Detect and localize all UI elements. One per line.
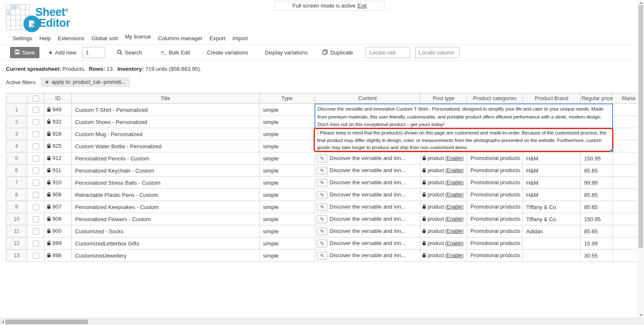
edit-content-button[interactable]: ✎ [317, 240, 327, 248]
brand-cell[interactable]: H&M [523, 189, 581, 201]
row-select-cell[interactable] [27, 128, 44, 140]
price-cell[interactable]: 150.95 [581, 152, 613, 165]
row-number-cell[interactable]: 5 [6, 152, 27, 165]
title-cell[interactable]: Custom Water Bottle - Personalized [72, 140, 260, 152]
content-cell[interactable]: ✎Discover the versatile and inn... [315, 225, 421, 237]
search-button[interactable]: Search [117, 49, 142, 56]
id-cell[interactable]: 932 [44, 116, 72, 128]
scroll-down-icon[interactable] [639, 314, 643, 316]
content-cell[interactable]: ✎Discover the versatile and inn... [315, 213, 421, 225]
edit-content-button[interactable]: ✎ [317, 215, 327, 223]
edit-content-button[interactable]: ✎ [317, 203, 327, 211]
menu-item-import[interactable]: Import [232, 35, 248, 41]
price-cell[interactable]: 85.65 [581, 189, 613, 201]
row-number-cell[interactable]: 6 [6, 165, 27, 177]
row-number-cell[interactable]: 7 [6, 177, 27, 189]
brand-cell[interactable] [523, 237, 581, 250]
type-cell[interactable]: simple [260, 165, 315, 177]
content-cell[interactable]: ✎Discover the versatile and inn... [315, 177, 421, 189]
categories-cell[interactable]: Promotional products [467, 250, 523, 262]
menu-item-help[interactable]: Help [39, 35, 51, 41]
vertical-scrollbar[interactable] [637, 0, 644, 318]
display-variations-button[interactable]: Display variations [265, 49, 308, 56]
locate-column-input[interactable] [415, 47, 460, 58]
title-cell[interactable]: Retractable Plastic Pens - Custom [72, 189, 260, 201]
title-cell[interactable]: Custom T-Shirt - Personalized [72, 104, 260, 116]
row-number-cell[interactable]: 4 [6, 140, 27, 152]
brand-cell[interactable]: H&M [523, 165, 581, 177]
brand-cell[interactable]: H&M [523, 177, 581, 189]
id-cell[interactable]: 907 [44, 201, 72, 213]
menu-item-columns-manager[interactable]: Columns manager [158, 35, 203, 41]
edit-content-button[interactable]: ✎ [317, 179, 327, 187]
type-cell[interactable]: simple [260, 213, 315, 225]
add-new-button[interactable]: + Add new [49, 49, 76, 56]
type-cell[interactable]: simple [260, 177, 315, 189]
row-select-cell[interactable] [27, 237, 44, 250]
title-cell[interactable]: Custom Shoes - Personalized [72, 116, 260, 128]
categories-cell[interactable]: Promotional products [467, 189, 523, 201]
column-header-product-categories[interactable]: Product categories [467, 93, 523, 104]
row-checkbox[interactable] [33, 204, 39, 210]
content-cell[interactable]: ✎Discover the versatile and inn... [315, 201, 421, 213]
post-type-cell[interactable]: product (Enable) [421, 189, 467, 201]
row-checkbox[interactable] [33, 143, 39, 150]
categories-cell[interactable]: Promotional products [467, 237, 523, 250]
categories-cell[interactable]: Promotional products [467, 213, 523, 225]
enable-link[interactable]: (Enable) [445, 168, 464, 173]
enable-link[interactable]: (Enable) [445, 253, 464, 258]
remove-filter-icon[interactable]: × [45, 80, 49, 85]
title-cell[interactable]: Personalized Flowers - Custom [72, 213, 260, 225]
menu-item-extensions[interactable]: Extensions [58, 35, 85, 41]
type-cell[interactable]: simple [260, 225, 315, 237]
enable-link[interactable]: (Enable) [445, 180, 464, 186]
price-cell[interactable]: 85.65 [581, 165, 613, 177]
categories-cell[interactable]: Promotional products [467, 165, 523, 177]
title-cell[interactable]: Personalized Pencils - Custom [72, 152, 260, 165]
categories-cell[interactable]: Promotional products [467, 225, 523, 237]
row-checkbox[interactable] [33, 155, 39, 162]
scroll-up-icon[interactable] [639, 2, 643, 4]
row-checkbox[interactable] [33, 228, 39, 235]
row-select-cell[interactable] [27, 225, 44, 237]
row-number-cell[interactable]: 12 [6, 237, 27, 250]
edit-content-button[interactable]: ✎ [317, 167, 327, 175]
content-cell[interactable]: ✎Discover the versatile and inn... [315, 250, 421, 262]
bulk-edit-button[interactable]: >_ Bulk Edit [161, 49, 190, 56]
row-select-cell[interactable] [27, 177, 44, 189]
id-cell[interactable]: 908 [44, 189, 72, 201]
price-cell[interactable]: 85.65 [581, 225, 613, 237]
column-header-id[interactable]: ID [44, 93, 72, 104]
row-checkbox[interactable] [33, 216, 39, 222]
corner-header[interactable] [6, 93, 27, 104]
title-cell[interactable]: CustomizedJewellery [72, 250, 260, 262]
select-all-header[interactable] [27, 93, 44, 104]
enable-link[interactable]: (Enable) [445, 216, 464, 222]
id-cell[interactable]: 900 [44, 225, 72, 237]
title-cell[interactable]: Customized - Socks [72, 225, 260, 237]
enable-link[interactable]: (Enable) [445, 192, 464, 198]
type-cell[interactable]: simple [260, 140, 315, 152]
enable-link[interactable]: (Enable) [445, 155, 464, 161]
id-cell[interactable]: 899 [44, 237, 72, 250]
id-cell[interactable]: 928 [44, 128, 72, 140]
id-cell[interactable]: 925 [44, 140, 72, 152]
duplicate-button[interactable]: Duplicate [322, 49, 353, 56]
type-cell[interactable]: simple [260, 128, 315, 140]
title-cell[interactable]: Personalized Keychain - Custom [72, 165, 260, 177]
content-cell[interactable]: ✎Discover the versatile and inn... [315, 152, 421, 165]
menu-item-global-sort[interactable]: Global sort [91, 35, 118, 41]
row-select-cell[interactable] [27, 213, 44, 225]
id-cell[interactable]: 912 [44, 152, 72, 165]
create-variations-button[interactable]: Create variations [207, 49, 248, 56]
title-cell[interactable]: Personalized Stress Balls - Custom [72, 177, 260, 189]
row-select-cell[interactable] [27, 116, 44, 128]
menu-item-my-license[interactable]: My license [125, 34, 151, 40]
title-cell[interactable]: CustomizedLetterbox Gifts [72, 237, 260, 250]
post-type-cell[interactable]: product (Enable) [421, 213, 467, 225]
brand-cell[interactable]: Adidas [523, 225, 581, 237]
id-cell[interactable]: 911 [44, 165, 72, 177]
id-cell[interactable]: 910 [44, 177, 72, 189]
row-checkbox[interactable] [33, 192, 39, 198]
type-cell[interactable]: simple [260, 237, 315, 250]
